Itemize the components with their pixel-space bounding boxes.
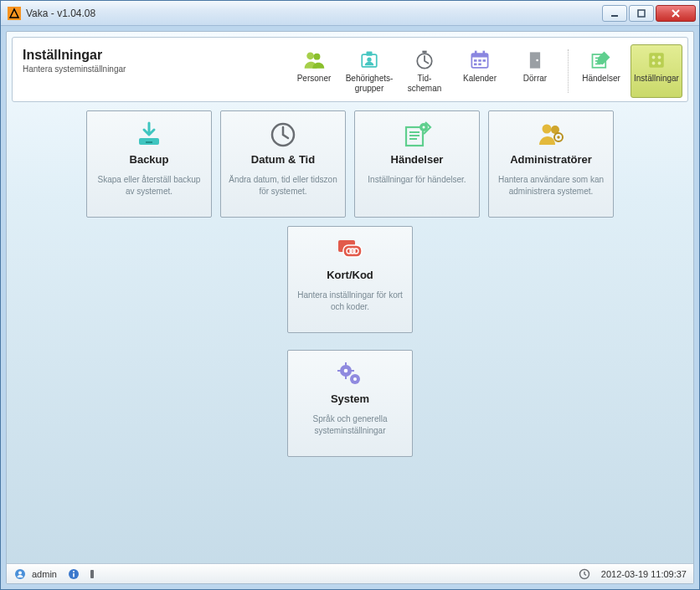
- svg-point-50: [18, 571, 22, 574]
- admin-users-icon: [534, 120, 568, 150]
- info-icon[interactable]: [67, 567, 80, 581]
- window-controls: [602, 5, 696, 22]
- svg-rect-45: [337, 370, 341, 372]
- tile-administratorer[interactable]: Administratörer Hantera användare som ka…: [488, 110, 614, 218]
- nav-label: Dörrar: [523, 74, 547, 94]
- tile-datum-tid[interactable]: Datum & Tid Ändra datum, tid eller tidsz…: [220, 110, 346, 218]
- nav-items: Personer Behörighets- grupper Tid- schem…: [288, 44, 682, 98]
- nav-installningar[interactable]: Inställningar: [631, 44, 682, 98]
- separator: [568, 49, 569, 93]
- svg-rect-12: [483, 51, 486, 55]
- clock-small-icon: [578, 567, 591, 581]
- svg-rect-8: [422, 51, 426, 54]
- svg-point-23: [658, 56, 661, 59]
- backup-icon: [132, 120, 166, 150]
- tile-grid: Backup Skapa eller återställ backup av s…: [23, 110, 677, 457]
- tile-desc: Inställningar för händelser.: [368, 174, 466, 186]
- tile-desc: Skapa eller återställ backup av systemet…: [94, 174, 204, 197]
- nav-behorighetsgrupper[interactable]: Behörighets- grupper: [343, 44, 395, 98]
- nav-label: Behörighets- grupper: [346, 74, 394, 94]
- svg-rect-14: [478, 59, 481, 62]
- svg-rect-27: [146, 141, 152, 143]
- nav-dorrar[interactable]: Dörrar: [509, 44, 561, 98]
- tile-title: Händelser: [391, 153, 444, 166]
- svg-rect-46: [351, 370, 354, 372]
- svg-rect-16: [474, 64, 477, 66]
- tile-title: Datum & Tid: [251, 153, 315, 166]
- maximize-button[interactable]: [629, 5, 654, 22]
- svg-rect-43: [345, 362, 347, 366]
- svg-point-19: [536, 59, 538, 62]
- svg-rect-37: [343, 245, 362, 257]
- minimize-button[interactable]: [602, 5, 627, 22]
- calendar-icon: [466, 49, 493, 72]
- tile-desc: Hantera inställningar för kort och koder…: [295, 290, 405, 312]
- svg-rect-21: [649, 53, 664, 68]
- close-button[interactable]: [656, 5, 696, 22]
- svg-rect-18: [530, 52, 540, 68]
- tile-system[interactable]: System Språk och generella systeminställ…: [287, 350, 413, 457]
- svg-point-25: [658, 62, 661, 65]
- page-title: Inställningar: [23, 48, 190, 63]
- events-icon: [588, 49, 615, 72]
- nav-personer[interactable]: Personer: [288, 44, 340, 98]
- status-bar: admin 2012-03-19 11:09:37: [7, 563, 693, 583]
- nav-label: Tid- scheman: [408, 74, 442, 94]
- svg-point-3: [314, 54, 321, 60]
- app-window: Vaka - v1.04.08 Inställningar Hantera sy…: [0, 0, 700, 590]
- user-status-icon: [13, 567, 27, 581]
- window-title: Vaka - v1.04.08: [26, 8, 602, 19]
- titlebar: Vaka - v1.04.08: [1, 1, 699, 26]
- tile-desc: Språk och generella systeminställningar: [295, 413, 405, 436]
- svg-point-6: [367, 58, 371, 62]
- status-datetime: 2012-03-19 11:09:37: [601, 569, 687, 579]
- tile-desc: Ändra datum, tid eller tidszon för syste…: [228, 174, 338, 197]
- tile-handelser[interactable]: Händelser Inställningar för händelser.: [354, 110, 480, 218]
- svg-rect-44: [345, 376, 347, 379]
- tile-desc: Hantera användare som kan administrera s…: [496, 174, 606, 197]
- status-right: 2012-03-19 11:09:37: [578, 567, 687, 581]
- svg-point-24: [652, 62, 656, 65]
- nav-label: Händelser: [582, 74, 620, 94]
- card-tag-icon: [333, 235, 367, 265]
- tile-backup[interactable]: Backup Skapa eller återställ backup av s…: [86, 110, 212, 218]
- status-user: admin: [32, 569, 57, 579]
- svg-point-31: [423, 126, 425, 129]
- nav-label: Inställningar: [634, 74, 679, 94]
- svg-rect-17: [478, 64, 481, 66]
- door-icon: [522, 49, 548, 72]
- tile-title: System: [331, 392, 369, 405]
- page-subtitle: Hantera systeminställningar: [23, 64, 190, 74]
- nav-tidscheman[interactable]: Tid- scheman: [399, 44, 450, 98]
- id-badge-icon: [356, 49, 383, 72]
- svg-rect-52: [73, 573, 75, 577]
- ribbon-heading: Inställningar Hantera systeminställninga…: [23, 44, 190, 98]
- tile-row-2: System Språk och generella systeminställ…: [23, 350, 677, 457]
- svg-point-53: [73, 571, 75, 572]
- settings-icon: [643, 49, 670, 72]
- gears-icon: [333, 359, 367, 389]
- svg-rect-10: [471, 54, 487, 57]
- tile-title: Administratörer: [510, 153, 592, 166]
- svg-point-32: [543, 125, 552, 134]
- svg-rect-0: [611, 15, 618, 17]
- svg-rect-15: [483, 59, 486, 62]
- tile-kort-kod[interactable]: Kort/Kod Hantera inställningar för kort …: [287, 226, 413, 333]
- device-icon[interactable]: [85, 567, 99, 581]
- tile-title: Kort/Kod: [327, 269, 373, 281]
- svg-point-22: [652, 56, 656, 59]
- nav-label: Personer: [297, 74, 332, 94]
- svg-point-35: [557, 136, 559, 138]
- clock-icon: [266, 120, 300, 150]
- nav-kalender[interactable]: Kalender: [454, 44, 506, 98]
- client-area: Inställningar Hantera systeminställninga…: [6, 31, 694, 584]
- svg-rect-11: [475, 51, 477, 55]
- app-icon: [8, 7, 21, 20]
- nav-handelser[interactable]: Händelser: [575, 44, 627, 98]
- svg-rect-13: [474, 59, 477, 62]
- svg-point-2: [306, 52, 314, 59]
- svg-rect-1: [638, 10, 645, 17]
- svg-point-48: [353, 377, 357, 381]
- tile-title: Backup: [130, 153, 169, 166]
- svg-rect-5: [367, 52, 373, 56]
